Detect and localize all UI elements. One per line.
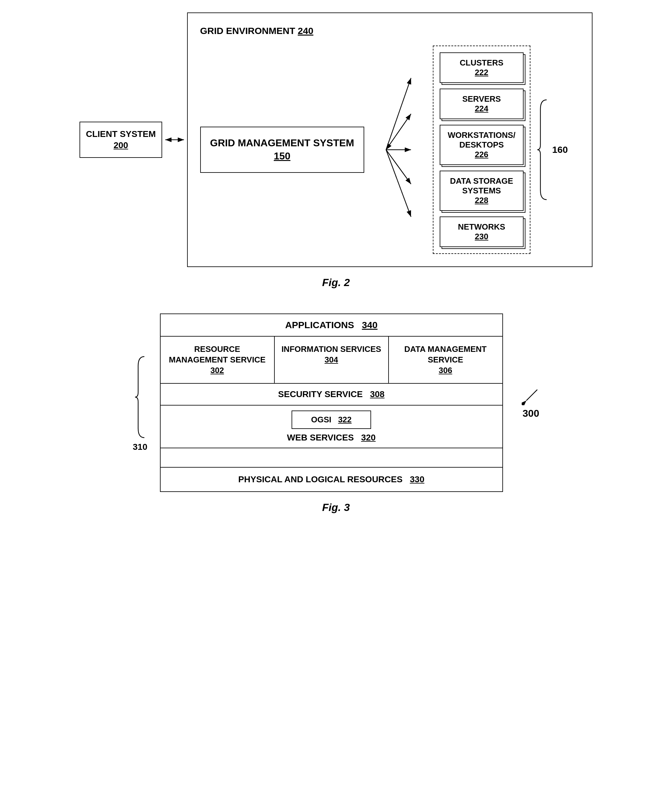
- label-300: 300: [522, 408, 539, 419]
- svg-line-11: [526, 390, 537, 401]
- servers-number: 224: [448, 104, 515, 114]
- client-gms-arrow: [162, 133, 187, 146]
- clusters-wrapper: CLUSTERS 222: [440, 53, 524, 83]
- dms-number: 306: [394, 365, 497, 376]
- servers-box: SERVERS 224: [440, 89, 524, 119]
- security-label: SECURITY SERVICE: [278, 389, 362, 399]
- svg-line-5: [386, 78, 411, 150]
- gms-label: GRID MANAGEMENT SYSTEM: [210, 136, 354, 150]
- datastorage-label: DATA STORAGESYSTEMS: [448, 176, 515, 196]
- ws-number: 320: [361, 433, 376, 442]
- physical-label: PHYSICAL AND LOGICAL RESOURCES: [238, 474, 403, 484]
- gms-box: GRID MANAGEMENT SYSTEM 150: [200, 127, 364, 172]
- gms-arrows-area: [383, 46, 414, 254]
- clusters-box: CLUSTERS 222: [440, 53, 524, 83]
- rms-cell: RESOURCE MANAGEMENT SERVICE 302: [161, 336, 275, 383]
- client-gms-arrow-svg: [162, 133, 187, 146]
- workstations-number: 226: [448, 150, 515, 159]
- label-160: 160: [552, 145, 568, 155]
- datastorage-box: DATA STORAGESYSTEMS 228: [440, 171, 524, 211]
- physical-number: 330: [410, 474, 424, 484]
- middle-section: [161, 448, 502, 467]
- networks-wrapper: NETWORKS 230: [440, 217, 524, 247]
- networks-label: NETWORKS: [448, 222, 515, 232]
- annotation-160: 160: [537, 97, 568, 203]
- fig3-caption: Fig. 3: [322, 501, 350, 513]
- annotation-300: 300: [522, 387, 540, 419]
- grid-environment-box: GRID ENVIRONMENT 240 GRID MANAGEMENT SYS…: [187, 12, 592, 267]
- resources-dashed-box: CLUSTERS 222 SERVERS 224: [433, 46, 531, 254]
- brace-310-svg: [132, 353, 148, 441]
- workstations-box: WORKSTATIONS/DESKTOPS 226: [440, 125, 524, 165]
- datastorage-wrapper: DATA STORAGESYSTEMS 228: [440, 171, 524, 211]
- ogsi-number: 322: [338, 415, 351, 424]
- arrow-300-svg: [522, 387, 540, 405]
- servers-wrapper: SERVERS 224: [440, 89, 524, 119]
- gms-number: 150: [210, 150, 354, 163]
- applications-row: APPLICATIONS 340: [161, 314, 502, 336]
- gms-arrows-svg: [383, 62, 414, 237]
- workstations-label: WORKSTATIONS/DESKTOPS: [448, 130, 515, 150]
- client-system-label: CLIENT SYSTEM: [86, 128, 156, 140]
- rms-number: 302: [165, 365, 269, 376]
- label-310: 310: [133, 442, 148, 452]
- page-container: CLIENT SYSTEM 200: [24, 12, 648, 513]
- info-services-cell: INFORMATION SERVICES 304: [275, 336, 389, 383]
- physical-row: PHYSICAL AND LOGICAL RESOURCES 330: [161, 467, 502, 491]
- info-services-label: INFORMATION SERVICES: [280, 344, 383, 355]
- services-row: RESOURCE MANAGEMENT SERVICE 302 INFORMAT…: [161, 336, 502, 384]
- ws-text: WEB SERVICES: [287, 433, 354, 442]
- fig2-wrapper: CLIENT SYSTEM 200: [24, 12, 648, 288]
- client-system-box: CLIENT SYSTEM 200: [80, 122, 162, 158]
- clusters-number: 222: [448, 68, 515, 77]
- applications-number: 340: [362, 320, 378, 330]
- ogsi-ws-area: OGSI 322 WEB SERVICES 320: [161, 406, 502, 448]
- datastorage-number: 228: [448, 196, 515, 205]
- security-row: SECURITY SERVICE 308: [161, 384, 502, 406]
- grid-env-label: GRID ENVIRONMENT 240: [200, 26, 579, 36]
- fig2-diagram: CLIENT SYSTEM 200: [24, 12, 648, 267]
- svg-line-8: [386, 150, 411, 184]
- networks-number: 230: [448, 232, 515, 241]
- svg-line-9: [386, 150, 411, 217]
- brace-160-svg: [537, 97, 550, 203]
- svg-line-6: [386, 114, 411, 150]
- info-services-number: 304: [280, 355, 383, 365]
- servers-label: SERVERS: [448, 94, 515, 104]
- annotation-310: 310: [132, 353, 148, 452]
- grid-inner: GRID MANAGEMENT SYSTEM 150: [200, 46, 579, 254]
- resources-container: CLUSTERS 222 SERVERS 224: [433, 46, 531, 254]
- dms-label: DATA MANAGEMENT SERVICE: [394, 344, 497, 365]
- clusters-label: CLUSTERS: [448, 58, 515, 68]
- client-system-number: 200: [86, 140, 156, 151]
- ogsi-label: OGSI: [311, 415, 331, 424]
- workstations-wrapper: WORKSTATIONS/DESKTOPS 226: [440, 125, 524, 165]
- security-number: 308: [370, 389, 384, 399]
- fig2-caption: Fig. 2: [322, 276, 350, 288]
- networks-box: NETWORKS 230: [440, 217, 524, 247]
- ogsi-box: OGSI 322: [292, 411, 371, 429]
- applications-label: APPLICATIONS: [285, 320, 354, 330]
- ws-label: WEB SERVICES 320: [287, 433, 376, 443]
- dms-cell: DATA MANAGEMENT SERVICE 306: [389, 336, 502, 383]
- fig3-main: APPLICATIONS 340 RESOURCE MANAGEMENT SER…: [160, 314, 503, 492]
- rms-label: RESOURCE MANAGEMENT SERVICE: [165, 344, 269, 365]
- fig3-wrapper: 310 APPLICATIONS 340 RESOURCE MANAGEMENT…: [24, 314, 648, 513]
- fig3-diagram: 310 APPLICATIONS 340 RESOURCE MANAGEMENT…: [24, 314, 648, 492]
